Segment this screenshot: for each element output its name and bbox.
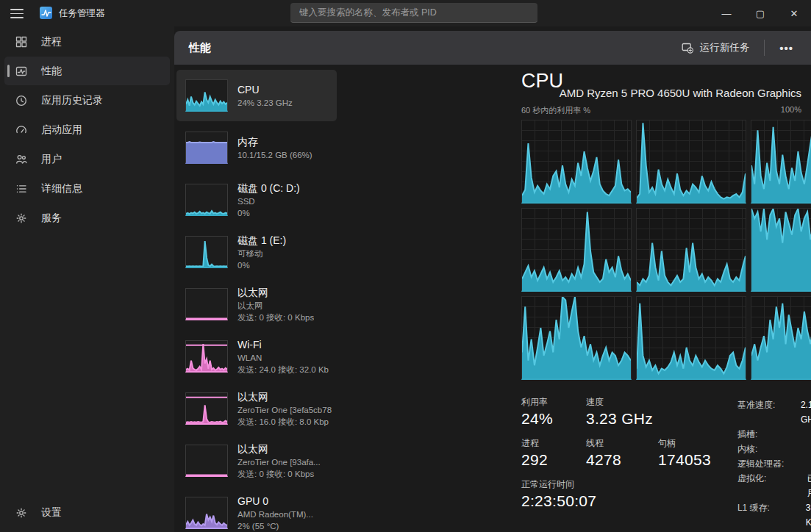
minimize-button[interactable]: — [710,0,743,26]
sidebar-item-details[interactable]: 详细信息 [4,174,170,203]
resource-title: GPU 0 [237,495,313,508]
header-divider [764,40,765,56]
sidebar-item-settings[interactable]: 设置 [4,498,170,527]
performance-icon [15,65,28,77]
resource-subtext: 0% [237,259,286,271]
resource-subtext: SSD [237,195,300,207]
mini-graph [185,79,228,112]
sidebar-item-services[interactable]: 服务 [4,204,170,232]
maximize-button[interactable]: ▢ [743,0,777,26]
resource-subtext: 发送: 0 接收: 0 Kbps [237,468,321,480]
spec-label: 基准速度: [737,398,801,427]
sidebar-item-label: 详细信息 [41,182,82,195]
resource-subtext: 可移动 [237,248,286,259]
handles-value: 174053 [658,451,711,469]
logical-processor-graphs [521,120,811,380]
resource-title: 以太网 [237,442,321,456]
spec-label: 内核: [737,442,811,456]
mini-graph [185,132,228,164]
speed-label: 速度 [586,396,653,409]
main-area: 性能 运行新任务 ••• CPU24% 3.23 GHz内存10.1/15.2 … [174,26,811,532]
spec-label: 插槽: [737,427,811,442]
mini-graph [185,392,228,425]
perf-list-item-wi-fi[interactable]: Wi-FiWLAN发送: 24.0 接收: 32.0 Kb [176,331,337,382]
history-icon [15,95,28,107]
perf-list-item-磁盘-0-(c:-d:)[interactable]: 磁盘 0 (C: D:)SSD0% [176,174,337,226]
sidebar-item-processes[interactable]: 进程 [4,27,170,56]
titlebar: 任务管理器 — ▢ ✕ [0,0,811,26]
resource-subtext: AMD Radeon(TM)... [237,508,313,520]
spec-row: 内核:6 [737,442,811,456]
mini-graph [185,445,228,477]
perf-list-item-以太网[interactable]: 以太网ZeroTier One [3efa5cb78发送: 16.0 接收: 8… [176,383,337,434]
run-new-task-label: 运行新任务 [700,41,750,54]
mini-graph [185,497,228,529]
sidebar-item-label: 设置 [41,506,62,520]
sidebar-item-label: 启动应用 [41,123,82,137]
spec-value: 2.10 GHz [801,398,811,427]
search-input[interactable] [290,3,537,22]
core-graph-10 [751,296,811,380]
sidebar-item-history[interactable]: 应用历史记录 [4,86,170,115]
core-graph-6 [751,208,811,292]
resource-subtext: 发送: 24.0 接收: 32.0 Kb [237,364,329,375]
spec-row: 逻辑处理器:12 [737,456,811,471]
processes-icon [15,36,28,48]
sidebar-item-label: 应用历史记录 [41,94,103,107]
graph-scale-label: 60 秒内的利用率 % [521,106,590,115]
perf-list-item-内存[interactable]: 内存10.1/15.2 GB (66%) [176,122,337,173]
resource-subtext: 2% (55 °C) [237,520,313,532]
performance-resource-list: CPU24% 3.23 GHz内存10.1/15.2 GB (66%)磁盘 0 … [176,70,337,532]
mini-graph [185,288,228,320]
sidebar-item-label: 服务 [41,212,62,225]
utilization-label: 利用率 [521,396,567,409]
resource-subtext: 发送: 16.0 接收: 8.0 Kbp [237,416,332,428]
perf-list-item-以太网[interactable]: 以太网以太网发送: 0 接收: 0 Kbps [176,278,337,330]
resource-subtext: 0% [237,207,300,219]
spec-value: 384 KB [806,500,811,530]
resource-subtext: 以太网 [237,300,314,312]
resource-title: 磁盘 1 (E:) [237,234,286,248]
resource-title: CPU [237,83,293,97]
resource-title: 以太网 [237,286,314,300]
perf-list-item-磁盘-1-(e:)[interactable]: 磁盘 1 (E:)可移动0% [176,226,337,278]
perf-list-item-gpu-0[interactable]: GPU 0AMD Radeon(TM)...2% (55 °C) [176,487,337,532]
resource-title: 内存 [237,135,312,149]
handles-label: 句柄 [658,437,711,450]
graph-scale-max: 100% [781,105,801,114]
perf-list-item-cpu[interactable]: CPU24% 3.23 GHz [176,70,337,121]
threads-value: 4278 [586,451,639,469]
resource-subtext: WLAN [237,352,329,364]
more-options-button[interactable]: ••• [772,39,801,57]
sidebar-item-users[interactable]: 用户 [4,145,170,173]
uptime-label: 正常运行时间 [521,478,596,491]
cpu-stats: 利用率 24% 速度 3.23 GHz 进程 292 线程 42 [521,396,711,532]
run-new-task-button[interactable]: 运行新任务 [674,37,757,59]
core-graph-1 [636,120,746,204]
spec-label: 逻辑处理器: [737,456,811,471]
cpu-model-name: AMD Ryzen 5 PRO 4650U with Radeon Graphi… [560,87,801,99]
hamburger-menu-icon[interactable] [9,6,25,21]
mini-graph [185,340,228,373]
resource-subtext: 24% 3.23 GHz [237,97,293,109]
services-icon [15,212,28,224]
resource-subtext: 发送: 0 接收: 0 Kbps [237,312,314,323]
page-title: 性能 [189,41,211,55]
page-header: 性能 运行新任务 ••• [174,31,811,65]
new-task-icon [682,42,693,54]
perf-list-item-以太网[interactable]: 以太网ZeroTier One [93afa...发送: 0 接收: 0 Kbp… [176,435,337,486]
utilization-value: 24% [521,410,567,428]
core-graph-2 [751,120,811,204]
resource-subtext: ZeroTier One [3efa5cb78 [237,404,332,416]
resource-subtext: 10.1/15.2 GB (66%) [237,149,312,161]
sidebar-item-startup[interactable]: 启动应用 [4,115,170,144]
sidebar-item-label: 性能 [41,65,62,78]
uptime-value: 2:23:50:07 [521,492,596,510]
sidebar-item-performance[interactable]: 性能 [4,57,170,85]
details-icon [15,183,28,195]
core-graph-4 [521,208,632,292]
close-button[interactable]: ✕ [777,0,811,26]
core-graph-9 [636,296,746,380]
search-box [290,3,537,23]
resource-title: Wi-Fi [237,338,329,352]
